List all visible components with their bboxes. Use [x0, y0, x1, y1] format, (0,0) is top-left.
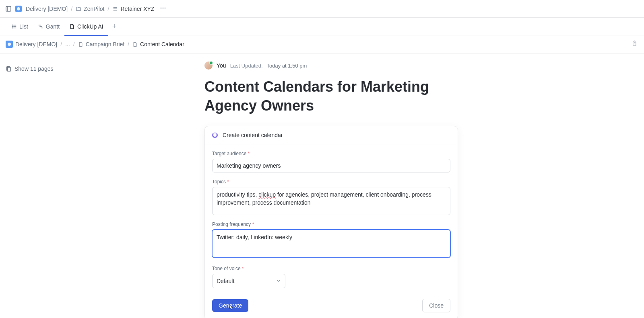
bc-campaign-brief[interactable]: Campaign Brief	[78, 41, 125, 47]
form-group-target: Target audience *	[212, 151, 450, 172]
ai-spinner-icon	[212, 132, 218, 138]
svg-point-18	[8, 43, 11, 46]
doc-icon	[78, 42, 83, 47]
generate-button[interactable]: Generate	[212, 299, 248, 312]
svg-point-7	[163, 7, 164, 8]
chevron-down-icon	[276, 278, 281, 284]
separator: /	[60, 41, 62, 47]
svg-point-8	[165, 7, 166, 8]
close-button[interactable]: Close	[422, 299, 450, 312]
form-group-topics: Topics * productivity tips, clickup for …	[212, 179, 450, 215]
ai-modal: Create content calendar Target audience …	[204, 126, 458, 318]
updated-label: Last Updated:	[230, 63, 263, 69]
space-icon	[15, 6, 22, 12]
bc-collapsed[interactable]: ...	[65, 41, 70, 47]
tab-gantt[interactable]: Gantt	[33, 18, 64, 35]
svg-point-9	[12, 25, 12, 25]
updated-time: Today at 1:50 pm	[267, 63, 307, 69]
more-icon[interactable]	[160, 5, 166, 13]
separator: /	[71, 6, 72, 12]
svg-point-6	[161, 7, 162, 8]
doc-breadcrumb: Delivery [DEMO] / ... / Campaign Brief /…	[0, 35, 644, 53]
bc-delivery[interactable]: Delivery [DEMO]	[6, 41, 57, 48]
breadcrumb-retainer[interactable]: Retainer XYZ	[112, 6, 154, 12]
frequency-input[interactable]	[212, 230, 450, 258]
top-breadcrumb-bar: Delivery [DEMO] / ZenPilot / Retainer XY…	[0, 0, 644, 18]
breadcrumb-zenpilot[interactable]: ZenPilot	[76, 6, 104, 12]
topics-label: Topics *	[212, 179, 450, 185]
form-group-frequency: Posting frequency *	[212, 222, 450, 259]
tab-list[interactable]: List	[6, 18, 33, 35]
space-icon	[6, 41, 13, 48]
breadcrumb-label: ZenPilot	[84, 6, 104, 12]
target-audience-label: Target audience *	[212, 151, 450, 156]
avatar[interactable]	[204, 62, 213, 70]
author-label: You	[217, 62, 226, 69]
sidebar-toggle-icon[interactable]	[5, 5, 12, 12]
list-icon	[112, 6, 118, 12]
gantt-icon	[38, 24, 43, 29]
bc-label: Content Calendar	[140, 41, 184, 47]
modal-footer: Generate Close	[205, 296, 458, 318]
tone-label: Tone of voice *	[212, 266, 450, 271]
breadcrumb-delivery[interactable]: Delivery [DEMO]	[15, 6, 68, 12]
tab-label: List	[19, 23, 28, 30]
breadcrumb-label: Retainer XYZ	[120, 6, 154, 12]
modal-title: Create content calendar	[223, 132, 283, 138]
modal-body: Target audience * Topics * productivity …	[205, 144, 458, 296]
tab-clickup-ai[interactable]: ClickUp AI	[64, 18, 108, 35]
tone-select[interactable]: Default	[212, 274, 285, 288]
modal-header: Create content calendar	[205, 126, 458, 144]
form-group-tone: Tone of voice * Default	[212, 266, 450, 288]
separator: /	[128, 41, 129, 47]
bc-label: Campaign Brief	[86, 41, 125, 47]
tag-icon[interactable]	[630, 39, 640, 49]
svg-point-2	[17, 7, 20, 10]
topics-input[interactable]: productivity tips, clickup for agencies,…	[212, 187, 450, 215]
svg-point-13	[12, 28, 12, 28]
frequency-label: Posting frequency *	[212, 222, 450, 227]
tab-label: Gantt	[46, 23, 60, 30]
bc-content-calendar[interactable]: Content Calendar	[132, 41, 184, 47]
tab-label: ClickUp AI	[77, 23, 103, 30]
svg-point-11	[12, 26, 12, 27]
doc-icon	[132, 42, 138, 47]
svg-rect-0	[6, 6, 11, 11]
folder-icon	[76, 6, 81, 12]
target-audience-input[interactable]	[212, 159, 450, 172]
bc-label: Delivery [DEMO]	[15, 41, 57, 47]
separator: /	[73, 41, 75, 47]
cursor-icon	[229, 305, 235, 310]
separator: /	[107, 6, 109, 12]
main-content: You Last Updated: Today at 1:50 pm Conte…	[0, 53, 644, 115]
breadcrumb-label: Delivery [DEMO]	[26, 6, 68, 12]
select-value: Default	[217, 278, 234, 284]
view-tabs: List Gantt ClickUp AI +	[0, 18, 644, 35]
add-view-button[interactable]: +	[108, 22, 121, 31]
doc-icon	[69, 24, 75, 29]
page-title[interactable]: Content Calendars for Marketing Agency O…	[204, 78, 454, 115]
list-view-icon	[11, 24, 17, 29]
doc-meta: You Last Updated: Today at 1:50 pm	[204, 62, 644, 70]
